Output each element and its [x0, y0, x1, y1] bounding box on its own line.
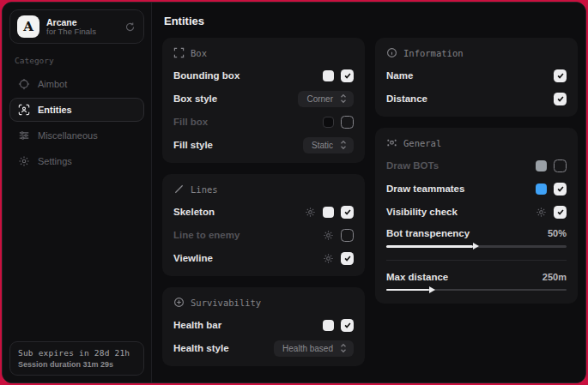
color-swatch[interactable] — [323, 320, 334, 331]
color-swatch[interactable] — [323, 207, 334, 218]
setting-label: Box style — [173, 93, 217, 104]
max-distance-group: Max distance 250m — [386, 271, 567, 294]
panel-columns: Box Bounding box Box style — [162, 38, 578, 366]
info-icon — [386, 47, 397, 58]
sidebar-nav: Aimbot Entities Miscella — [9, 72, 144, 173]
setting-row-draw-bots: Draw BOTs — [386, 158, 567, 173]
app-name: Arcane — [46, 17, 116, 27]
name-checkbox[interactable] — [554, 69, 567, 82]
color-swatch[interactable] — [323, 70, 334, 81]
gear-icon[interactable] — [305, 207, 316, 218]
panel-information-header: Information — [386, 47, 567, 58]
distance-checkbox[interactable] — [554, 93, 567, 105]
color-swatch[interactable] — [536, 183, 547, 195]
panel-title: Box — [191, 48, 207, 58]
draw-teammates-checkbox[interactable] — [554, 183, 567, 196]
setting-label: Name — [386, 70, 413, 81]
viewline-checkbox[interactable] — [341, 252, 354, 265]
skeleton-checkbox[interactable] — [341, 206, 354, 219]
slider-handle[interactable] — [473, 243, 479, 250]
slider-value: 50% — [548, 228, 567, 238]
health-bar-checkbox[interactable] — [341, 319, 354, 332]
sidebar-item-label: Miscellaneous — [38, 130, 98, 141]
session-duration-text: Session duration 31m 29s — [18, 360, 136, 369]
health-cross-icon — [173, 297, 185, 308]
entity-scan-icon — [18, 104, 30, 116]
sidebar-item-entities[interactable]: Entities — [9, 98, 144, 122]
setting-label: Distance — [386, 93, 427, 104]
refresh-icon[interactable] — [123, 20, 136, 33]
setting-row-visibility-check: Visibility check — [386, 204, 567, 220]
setting-row-draw-teammates: Draw teammates — [386, 181, 567, 196]
sidebar-item-label: Settings — [38, 156, 72, 166]
setting-label: Line to enemy — [173, 230, 239, 240]
setting-row-health-bar: Health bar — [173, 317, 354, 333]
setting-label: Viewline — [173, 253, 213, 263]
app-window: A Arcane for The Finals Category Aimbot — [2, 2, 586, 383]
line-to-enemy-checkbox[interactable] — [341, 229, 354, 242]
setting-row-bounding-box: Bounding box — [173, 68, 354, 83]
max-distance-slider[interactable] — [386, 289, 567, 292]
draw-bots-checkbox[interactable] — [554, 159, 567, 172]
left-column: Box Bounding box Box style — [162, 38, 365, 366]
panel-survivability-header: Survivability — [173, 297, 354, 308]
color-swatch[interactable] — [536, 160, 547, 171]
setting-label: Bot transpenency — [386, 228, 470, 238]
panel-general: General Draw BOTs Draw teammates — [375, 128, 578, 304]
panel-lines-header: Lines — [173, 183, 354, 195]
gear-icon[interactable] — [323, 253, 334, 264]
crosshair-icon — [18, 78, 30, 90]
setting-label: Visibility check — [386, 207, 458, 217]
sidebar-item-label: Aimbot — [38, 79, 67, 89]
setting-label: Fill style — [173, 140, 213, 150]
gear-icon[interactable] — [536, 207, 547, 218]
chevron-updown-icon — [339, 343, 348, 353]
fill-style-dropdown[interactable]: Static — [303, 137, 354, 153]
sidebar-item-settings[interactable]: Settings — [9, 149, 144, 173]
setting-row-name: Name — [386, 68, 567, 83]
visibility-check-checkbox[interactable] — [554, 206, 567, 219]
dropdown-value: Health based — [282, 344, 333, 353]
sidebar-item-miscellaneous[interactable]: Miscellaneous — [9, 123, 144, 147]
gear-icon[interactable] — [323, 230, 334, 241]
panel-information: Information Name Distance — [375, 38, 578, 117]
sub-expires-text: Sub expires in 28d 21h — [18, 348, 136, 358]
setting-row-box-style: Box style Corner — [173, 91, 354, 106]
sidebar-item-label: Entities — [38, 105, 72, 115]
app-logo: A — [17, 15, 39, 38]
bot-transparency-slider[interactable] — [386, 245, 567, 248]
panel-title: Lines — [191, 184, 218, 195]
setting-label: Draw teammates — [386, 183, 464, 194]
sidebar-spacer — [9, 173, 144, 341]
sliders-icon — [18, 129, 30, 141]
panel-box-header: Box — [173, 47, 354, 58]
setting-label: Skeleton — [173, 207, 215, 217]
panel-general-header: General — [386, 137, 567, 148]
setting-row-viewline: Viewline — [173, 250, 354, 266]
setting-label: Fill box — [173, 117, 208, 127]
page-title: Entities — [164, 15, 578, 27]
setting-label: Draw BOTs — [386, 160, 439, 171]
setting-label: Max distance — [386, 272, 448, 282]
app-header-card: A Arcane for The Finals — [9, 9, 144, 44]
health-style-dropdown[interactable]: Health based — [274, 340, 354, 357]
slider-handle[interactable] — [429, 286, 435, 293]
setting-label: Health bar — [173, 320, 221, 330]
right-column: Information Name Distance — [375, 38, 578, 304]
color-swatch[interactable] — [323, 117, 334, 128]
setting-label: Bounding box — [173, 70, 239, 81]
setting-row-line-to-enemy: Line to enemy — [173, 227, 354, 243]
fill-box-checkbox[interactable] — [341, 116, 354, 129]
chevron-updown-icon — [339, 140, 348, 150]
app-titles: Arcane for The Finals — [46, 17, 116, 37]
grid-dots-icon — [386, 137, 397, 148]
chevron-updown-icon — [339, 93, 348, 104]
panel-title: General — [403, 138, 441, 148]
sidebar-item-aimbot[interactable]: Aimbot — [9, 72, 144, 96]
bounding-box-checkbox[interactable] — [341, 69, 354, 82]
setting-label: Health style — [173, 343, 229, 353]
box-style-dropdown[interactable]: Corner — [298, 91, 354, 107]
setting-row-bot-transparency: Bot transpenency 50% — [386, 227, 567, 239]
sidebar: A Arcane for The Finals Category Aimbot — [3, 3, 152, 382]
panel-box: Box Bounding box Box style — [162, 38, 365, 163]
